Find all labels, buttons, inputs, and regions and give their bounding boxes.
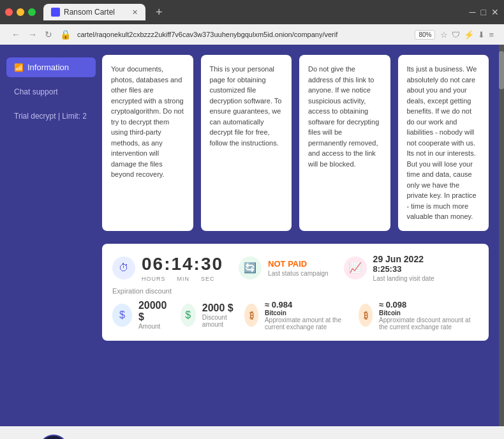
timer-block: ⏱ 06:14:30 HOURS MIN SEC — [112, 254, 223, 282]
btc-discount-block: ₿ ≈ 0.098 Bitcoin Approximate discount a… — [359, 300, 478, 331]
sec-label: SEC — [201, 276, 215, 282]
url-display[interactable]: cartel/raqonekult2cxbzzz2ukiff7v6cav3w37… — [77, 31, 410, 38]
visit-date-block: 📈 29 Jun 2022 8:25:33 Last landing visit… — [344, 254, 434, 282]
menu-icon[interactable]: ≡ — [489, 30, 494, 40]
amount-icon: $ — [112, 304, 132, 327]
maximize-window-button[interactable] — [28, 8, 36, 16]
shield-icon[interactable]: 🛡 — [452, 30, 460, 40]
sidebar-item-trial[interactable]: Trial decrypt | Limit: 2 — [6, 107, 96, 126]
minimize-icon[interactable]: ─ — [470, 7, 476, 17]
extension-icon[interactable]: ⚡ — [464, 30, 474, 40]
timer-icon: ⏱ — [112, 257, 135, 279]
timer-labels: HOURS MIN SEC — [142, 276, 223, 282]
info-card-2: This is your personal page for obtaining… — [201, 55, 292, 231]
sidebar-item-chat[interactable]: Chat support — [6, 82, 96, 101]
sidebar-item-information-label: Information — [27, 63, 69, 72]
tab-close-button[interactable]: ✕ — [132, 8, 138, 17]
window-controls — [5, 8, 36, 16]
info-card-4: Its just a business. We absolutely do no… — [398, 55, 489, 231]
close-window-button[interactable] — [5, 8, 13, 16]
title-bar: Ransom Cartel ✕ + ─ □ ✕ — [0, 0, 504, 24]
info-card-2-text: This is your personal page for obtaining… — [210, 65, 282, 147]
btc-approx-label: Bitcoin — [265, 309, 349, 316]
expiration-label: Expiration discount — [112, 287, 478, 295]
info-card-1-text: Your documents, photos, databases and ot… — [111, 65, 184, 178]
info-card-3-text: Do not give the address of this link to … — [308, 65, 379, 168]
main-amount-block: $ 20000 $ Amount — [112, 300, 170, 331]
info-cards-row: Your documents, photos, databases and ot… — [102, 55, 489, 231]
hours-label: HOURS — [142, 276, 166, 282]
tab-title: Ransom Cartel — [64, 8, 115, 17]
home-button[interactable]: 🔒 — [60, 29, 71, 40]
status-sub: Last status campaign — [268, 270, 329, 277]
information-icon: 📶 — [14, 63, 24, 72]
info-card-3: Do not give the address of this link to … — [299, 55, 390, 231]
btc-discount-value: ≈ 0.098 — [379, 300, 478, 309]
not-paid-badge: NOT PAID — [268, 259, 329, 269]
visit-icon: 📈 — [344, 257, 367, 279]
watermark-text: PC RISK.com — [73, 436, 228, 440]
discount-amount-label: Discount amount — [202, 314, 235, 328]
min-label: MIN — [177, 276, 190, 282]
info-card-4-text: Its just a business. We absolutely do no… — [407, 65, 477, 220]
main-amount-value: 20000 $ — [138, 300, 170, 323]
watermark: PC RISK.com — [38, 434, 228, 439]
minimize-window-button[interactable] — [17, 8, 24, 16]
main-amount-label: Amount — [138, 323, 170, 330]
svg-point-0 — [40, 435, 68, 439]
discount-icon: $ — [181, 304, 196, 327]
sidebar: 📶 Information Chat support Trial decrypt… — [0, 45, 102, 426]
browser-window: Ransom Cartel ✕ + ─ □ ✕ ← → ↻ 🔒 cartel/r… — [0, 0, 504, 426]
btc-approx-block: ₿ ≈ 0.984 Bitcoin Approximate amount at … — [244, 300, 348, 331]
tab-favicon — [51, 8, 60, 17]
scrollbar[interactable] — [499, 45, 504, 426]
btc-approx-sub: Approximate amount at the current exchan… — [265, 316, 349, 331]
browser-tab[interactable]: Ransom Cartel ✕ — [43, 4, 145, 20]
info-card-1: Your documents, photos, databases and ot… — [102, 55, 193, 231]
close-icon[interactable]: ✕ — [491, 7, 499, 17]
main-area: Your documents, photos, databases and ot… — [102, 45, 499, 426]
scrollbar-thumb[interactable] — [499, 51, 504, 89]
forward-button[interactable]: → — [28, 29, 37, 40]
btc-approx-value: ≈ 0.984 — [265, 300, 349, 309]
visit-date: 29 Jun 2022 — [373, 254, 434, 264]
sidebar-item-chat-label: Chat support — [14, 87, 88, 96]
btc-icon: ₿ — [244, 304, 258, 327]
status-block: 🔄 NOT PAID Last status campaign — [239, 257, 329, 279]
address-bar: ← → ↻ 🔒 cartel/raqonekult2cxbzzz2ukiff7v… — [5, 27, 499, 42]
stats-row-timer: ⏱ 06:14:30 HOURS MIN SEC 🔄 — [112, 254, 478, 282]
new-tab-button[interactable]: + — [156, 6, 163, 19]
restore-icon[interactable]: □ — [481, 7, 486, 17]
btc-discount-sub: Approximate discount amount at the curre… — [379, 316, 478, 331]
sidebar-item-trial-label: Trial decrypt | Limit: 2 — [14, 112, 88, 121]
zoom-level[interactable]: 80% — [415, 30, 435, 40]
discount-amount-block: $ 2000 $ Discount amount — [181, 300, 235, 331]
refresh-button[interactable]: ↻ — [45, 29, 52, 40]
amounts-row: $ 20000 $ Amount $ 2000 $ Discount amoun… — [112, 300, 478, 331]
download-icon[interactable]: ⬇ — [478, 30, 485, 40]
btc-discount-icon: ₿ — [359, 304, 373, 327]
bookmark-icon[interactable]: ☆ — [440, 30, 448, 40]
timer-display: 06:14:30 — [142, 254, 223, 274]
status-icon: 🔄 — [239, 257, 262, 279]
stats-section: ⏱ 06:14:30 HOURS MIN SEC 🔄 — [102, 244, 489, 341]
visit-label: Last landing visit date — [373, 275, 434, 282]
discount-amount-value: 2000 $ — [202, 302, 235, 314]
visit-time: 8:25:33 — [373, 264, 434, 274]
sidebar-item-information[interactable]: 📶 Information — [6, 57, 96, 77]
back-button[interactable]: ← — [11, 29, 20, 40]
pcrisk-logo-icon — [38, 434, 69, 439]
page-content: 📶 Information Chat support Trial decrypt… — [0, 45, 504, 426]
address-bar-icons: ☆ 🛡 ⚡ ⬇ ≡ — [440, 30, 494, 40]
btc-discount-label: Bitcoin — [379, 309, 478, 316]
